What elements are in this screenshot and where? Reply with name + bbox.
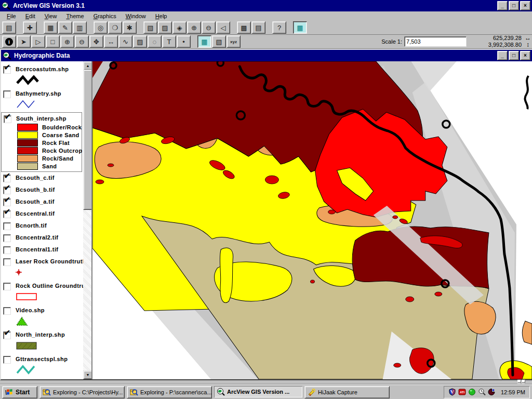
layer-item[interactable]: ✔Bcsouth_c.tif [1, 172, 83, 184]
zoom-full-extent-button[interactable]: ▧ [143, 21, 157, 34]
text-button[interactable]: T [162, 35, 176, 48]
menu-graphics[interactable]: Graphics [89, 12, 121, 20]
scroll-down-button[interactable]: ▼ [83, 370, 92, 379]
layer-item[interactable]: Bcncentral2.tif [1, 232, 83, 244]
layer-item[interactable]: ✔Bcscentral.tif [1, 208, 83, 220]
layer-checkbox[interactable] [3, 307, 11, 314]
layer-name[interactable]: Bcscentral.tif [16, 210, 55, 217]
taskbar-button-arcview[interactable]: ArcView GIS Version ... [214, 386, 302, 397]
layer-checkbox[interactable]: ✔ [3, 66, 11, 73]
add-theme-button[interactable]: ✚ [23, 21, 37, 34]
layer-name[interactable]: Bcercoastutm.shp [16, 66, 69, 72]
scroll-thumb[interactable] [83, 70, 92, 210]
select-features-button[interactable]: ▩ [237, 21, 251, 34]
vertex-edit-button[interactable]: ▷ [31, 35, 45, 48]
layer-checkbox[interactable]: ✔ [4, 115, 11, 122]
layer-item[interactable]: ✔South_interp.shpBoulder/RockCoarse Sand… [1, 112, 82, 172]
layer-item[interactable]: ✔Bcsouth_b.tif [1, 184, 83, 196]
edit-legend-button[interactable]: ✎ [58, 21, 72, 34]
layer-name[interactable]: Laser Rock Groundtruth [16, 258, 86, 264]
start-button[interactable]: Start [2, 386, 37, 398]
save-button[interactable]: ▤ [2, 21, 16, 34]
zoom-selected-button[interactable]: ◈ [172, 21, 187, 34]
layer-checkbox[interactable]: ✔ [3, 210, 11, 217]
layer-item[interactable]: ✔North_interp.shp [1, 329, 83, 353]
view-minimize-button[interactable]: _ [497, 51, 508, 60]
layer-item[interactable]: Rock Outline Groundtrut [1, 280, 83, 304]
create-chart-button[interactable]: ▦ [197, 35, 211, 48]
layer-name[interactable]: Rock Outline Groundtrut [16, 283, 87, 289]
menu-theme[interactable]: Theme [61, 12, 88, 20]
hotlink-button[interactable]: ◌ [148, 35, 162, 48]
tray-green-ball-icon[interactable] [468, 388, 478, 397]
zoom-in-tool-button[interactable]: ⊕ [60, 35, 74, 48]
layer-name[interactable]: South_interp.shp [16, 115, 66, 122]
zoom-out-button[interactable]: ⊖ [202, 21, 216, 34]
taskbar-button-hijaak[interactable]: HiJaak Capture [304, 386, 390, 398]
draw-point-button[interactable]: • [177, 35, 191, 48]
callout-button[interactable]: ▧ [212, 35, 226, 48]
layer-item[interactable]: Bcnorth.tif [1, 220, 83, 232]
pointer-button[interactable]: ➤ [17, 35, 31, 48]
layer-item[interactable]: ✔Bcercoastutm.shp [1, 63, 83, 88]
layer-checkbox[interactable]: ✔ [3, 331, 11, 338]
layer-checkbox[interactable] [3, 283, 11, 289]
label-xyz-button[interactable]: xyz [227, 35, 241, 48]
tray-ati-icon[interactable]: ATI [458, 388, 468, 397]
layer-name[interactable]: Bcncentral2.tif [16, 234, 58, 241]
layer-item[interactable]: Bcncentral1.tif [1, 244, 83, 256]
pan-button[interactable]: ✥ [89, 35, 103, 48]
layer-item[interactable]: ✔Bcsouth_a.tif [1, 196, 83, 208]
layer-checkbox[interactable] [3, 90, 11, 97]
open-theme-table-button[interactable]: ▥ [73, 21, 87, 34]
layer-item[interactable]: SSS Interpretation.shpBoulder/RockCoarse… [1, 378, 83, 379]
taskbar-button-explorer-2[interactable]: Exploring - P:\scanner\sca... [127, 386, 212, 398]
menu-edit[interactable]: Edit [21, 12, 40, 20]
layer-checkbox[interactable]: ✔ [3, 198, 11, 205]
layer-item[interactable]: Gttransectspl.shp [1, 353, 83, 378]
zoom-out-tool-button[interactable]: ⊖ [75, 35, 89, 48]
menu-file[interactable]: File [2, 12, 21, 20]
layer-checkbox[interactable] [3, 234, 11, 241]
measure-button[interactable]: ↔ [104, 35, 118, 48]
layer-name[interactable]: Bcncentral1.tif [16, 246, 58, 252]
tray-shield-icon[interactable] [448, 388, 458, 397]
view-titlebar[interactable]: Hydrographic Data _ □ × [1, 50, 532, 61]
map-tool-active-button[interactable]: ▦ [293, 21, 307, 34]
layer-checkbox[interactable]: ✔ [3, 187, 11, 193]
layer-name[interactable]: Bcsouth_c.tif [16, 175, 55, 181]
zoom-previous-button[interactable]: ◁ [216, 21, 230, 34]
menu-help[interactable]: Help [151, 12, 172, 20]
layer-checkbox[interactable]: ✔ [3, 175, 11, 181]
menu-window[interactable]: Window [121, 12, 151, 20]
layer-item[interactable]: Bathymetry.shp [1, 88, 83, 112]
toc-scrollbar[interactable]: ▲ ▼ [83, 61, 91, 379]
layer-name[interactable]: Video.shp [16, 307, 45, 313]
layer-checkbox[interactable] [3, 258, 11, 265]
theme-properties-button[interactable]: ▦ [44, 21, 58, 34]
help-button[interactable]: ? [272, 21, 286, 34]
close-button[interactable]: × [520, 1, 530, 10]
scroll-up-button[interactable]: ▲ [83, 61, 92, 70]
zoom-in-button[interactable]: ⊕ [187, 21, 201, 34]
maximize-button[interactable]: □ [509, 1, 519, 10]
scale-input[interactable]: 7,503 [404, 36, 467, 47]
map-view[interactable] [92, 61, 532, 379]
layer-name[interactable]: North_interp.shp [16, 331, 65, 338]
legend-editor-button[interactable]: ▤ [251, 21, 265, 34]
query-builder-button[interactable]: ✱ [123, 21, 137, 34]
locate-address-button[interactable]: ❍ [108, 21, 122, 34]
layer-name[interactable]: Gttransectspl.shp [16, 356, 68, 362]
view-maximize-button[interactable]: □ [509, 51, 519, 60]
menu-view[interactable]: View [40, 12, 62, 20]
layer-item[interactable]: Video.shp [1, 304, 83, 329]
tray-media-icon[interactable] [488, 388, 498, 397]
identify[interactable]: i [2, 35, 16, 48]
taskbar-button-explorer-1[interactable]: Exploring - C:\Projects\Hy... [39, 386, 125, 398]
layer-name[interactable]: Bathymetry.shp [16, 90, 61, 97]
layer-checkbox[interactable] [3, 222, 11, 229]
tray-magnifier-clock-icon[interactable] [478, 388, 488, 397]
view-close-button[interactable]: × [520, 51, 530, 60]
zoom-active-theme-button[interactable]: ▨ [158, 21, 172, 34]
draw-split-button[interactable]: ∿ [118, 35, 132, 48]
